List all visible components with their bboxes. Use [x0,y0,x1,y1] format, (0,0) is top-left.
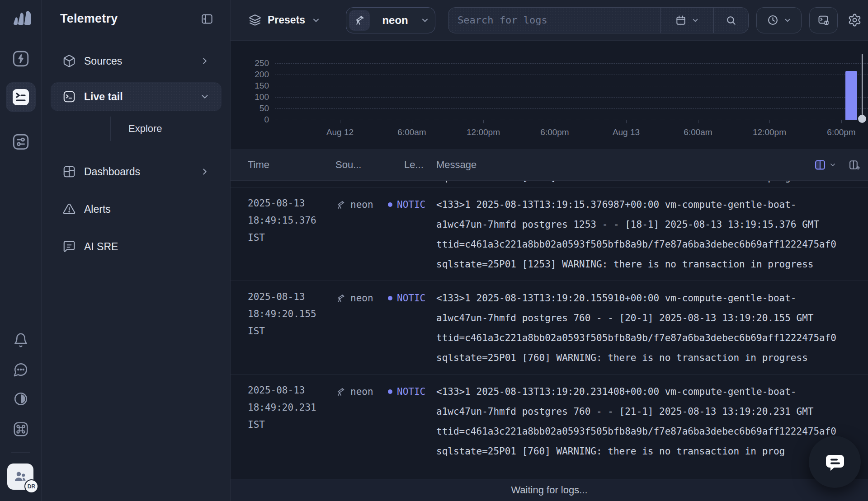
log-message-line: sqlstate=25P01 [1253] WARNING: there is … [436,254,868,274]
log-time-cell: 2025-08-13 18:49:20.155 IST [248,288,335,340]
presets-dropdown[interactable]: Presets [249,14,321,27]
sidebar-item-sources[interactable]: Sources [51,47,222,75]
live-tail-nav-button[interactable] [6,82,36,112]
log-message-line: <133>1 2025-08-13T13:19:20.231408+00:00 … [436,382,868,402]
log-source: neon [350,293,373,304]
y-axis-tick: 200 [231,70,269,80]
sidebar-item-label: Alerts [84,203,210,215]
date-range-dropdown[interactable] [660,8,713,33]
rail-divider [11,452,30,453]
log-time-cell: 2025-08-13 18:49:15.376 IST [248,195,335,246]
search-input[interactable] [448,8,660,33]
calendar-icon [675,14,687,26]
log-level-cell: NOTIC [388,195,436,215]
add-column-button[interactable] [848,159,861,171]
warning-triangle-icon [62,202,76,216]
telescope-icon [335,387,346,397]
live-cursor-handle[interactable] [858,115,866,123]
log-level-cell: NOTIC [388,288,436,308]
source-picker-dropdown[interactable]: neon [346,7,435,33]
log-level: NOTIC [397,199,425,210]
gridline [275,97,868,98]
run-search-button[interactable] [713,8,748,33]
telescope-icon [349,10,370,31]
x-tick-mark [841,120,842,123]
brand-logo-icon[interactable] [10,8,33,29]
log-message-cell: <133>1 2025-08-13T13:19:15.376987+00:00 … [436,195,868,274]
notifications-button[interactable] [11,330,31,350]
add-column-icon [848,159,861,171]
histogram-bar[interactable] [845,71,857,120]
gridline [275,63,868,64]
time-range-dropdown[interactable] [756,7,802,33]
console-mode-button[interactable] [809,7,838,33]
settings-button[interactable] [848,13,862,27]
icon-rail: DR [0,0,42,501]
x-tick-mark [340,120,340,123]
log-message-line: ttid=c461a3c221a8bb02a0593f505bfb8a9b/f7… [436,328,868,348]
x-axis-label: Aug 12 [326,127,354,137]
log-time: 18:49:15.376 [248,212,335,229]
log-date: 2025-08-13 [248,382,335,399]
column-layout-dropdown[interactable] [814,159,836,171]
y-axis-tick: 250 [231,58,269,68]
waiting-status-text: Waiting for logs... [511,484,587,496]
bell-icon [13,332,28,348]
shortcuts-button[interactable] [11,419,31,439]
terminal-icon [62,90,76,103]
column-header-time[interactable]: Time [248,159,335,171]
sidebar-item-dashboards[interactable]: Dashboards [51,157,222,186]
live-cursor-line[interactable] [862,54,863,118]
log-message-line: sqlstate=25P01 [760] WARNING: there is n… [436,348,868,368]
log-row[interactable]: 2025-08-13 18:49:15.376 IST neon NO [231,187,868,281]
log-row[interactable]: 2025-08-13 18:49:20.155 IST neon NO [231,281,868,375]
flash-nav-button[interactable] [11,49,31,69]
column-header-message[interactable]: Message [436,159,868,171]
log-time-cell: 2025-08-13 18:49:20.231 IST [248,382,335,433]
sidebar-item-label: Live tail [84,91,200,103]
log-volume-chart[interactable]: 250 200 150 100 50 0 Aug 12 6:00am 12:00… [231,41,868,149]
sliders-nav-button[interactable] [11,132,31,152]
log-row[interactable]: 2025-08-13 18:49:20.231 IST neon NO [231,375,868,468]
x-axis-label: 6:00am [684,127,712,137]
sidebar-item-label: Sources [84,55,200,67]
log-rows-viewport[interactable]: sqlstate=25P01 [1253] WARNING: there is … [231,181,868,479]
chat-dots-icon [13,362,28,377]
log-level-cell: NOTIC [388,382,436,402]
log-date: 2025-08-13 [248,195,335,212]
chevron-right-icon [200,56,210,66]
collapse-panel-icon[interactable] [200,12,214,26]
log-source-cell: neon [335,195,388,215]
column-header-source[interactable]: Sou... [335,159,396,171]
sidebar-item-live-tail[interactable]: Live tail [51,82,222,111]
telescope-icon [335,293,346,304]
chevron-down-icon [783,16,792,24]
column-header-level[interactable]: Le... [396,159,436,171]
sidebar-item-explore[interactable]: Explore [110,117,162,140]
sidebar-item-alerts[interactable]: Alerts [51,195,222,224]
sidebar-title: Telemetry [60,12,118,26]
gridline [275,108,868,109]
log-source-cell: neon [335,382,388,402]
user-initials-badge[interactable]: DR [24,479,38,493]
chevron-down-icon [420,16,429,25]
log-date: 2025-08-13 [248,288,335,305]
gridline [275,86,868,86]
log-row-clipped[interactable]: sqlstate=25P01 [1253] WARNING: there is … [231,181,868,187]
x-axis-baseline [275,120,868,120]
feedback-chat-button[interactable] [11,360,31,379]
sidebar-item-label: AI SRE [84,241,210,253]
message-lines-icon [62,240,76,253]
sidebar-item-ai-sre[interactable]: AI SRE [51,232,222,261]
live-tail-icon [12,89,29,106]
log-message-cell: <133>1 2025-08-13T13:19:20.155910+00:00 … [436,288,868,368]
telescope-icon [335,200,346,210]
log-message-cell: <133>1 2025-08-13T13:19:20.231408+00:00 … [436,382,868,461]
x-axis-label: Aug 13 [613,127,640,137]
log-level: NOTIC [397,386,425,397]
gear-icon [848,13,862,27]
support-chat-launcher[interactable] [809,436,861,488]
theme-toggle-button[interactable] [11,389,31,409]
log-message-line: a1wc47un-7hmfd postgres 760 - - [21-1] 2… [436,402,868,421]
log-source-cell: neon [335,288,388,308]
